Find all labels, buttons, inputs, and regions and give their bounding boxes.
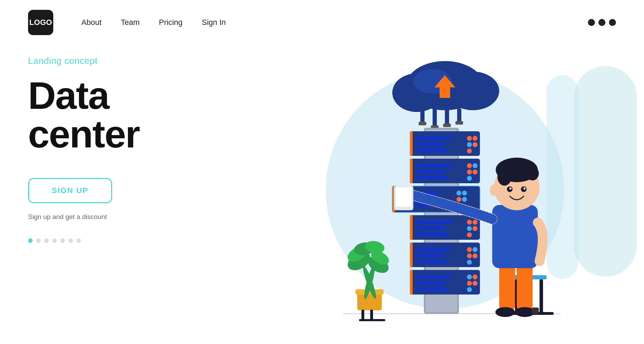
svg-rect-91	[359, 319, 385, 321]
svg-rect-94	[540, 279, 543, 315]
pagination-dot-1[interactable]	[28, 238, 33, 243]
svg-rect-112	[396, 187, 412, 207]
svg-rect-96	[499, 265, 515, 310]
svg-rect-73	[416, 287, 448, 291]
svg-point-24	[467, 136, 472, 141]
pagination-dot-4[interactable]	[52, 238, 57, 243]
pagination-dots	[28, 238, 217, 243]
pagination-dot-3[interactable]	[44, 238, 49, 243]
hero-section: Landing concept Data center SIGN UP Sign…	[0, 45, 644, 344]
svg-rect-20	[410, 131, 413, 156]
svg-rect-11	[433, 108, 437, 126]
svg-rect-60	[410, 243, 413, 267]
nav-about[interactable]: About	[81, 18, 102, 27]
svg-rect-61	[416, 248, 451, 251]
svg-point-56	[467, 226, 472, 231]
svg-point-104	[497, 168, 511, 186]
svg-rect-23	[416, 148, 448, 152]
svg-point-66	[467, 253, 472, 258]
svg-point-57	[473, 226, 477, 231]
svg-rect-10	[419, 122, 426, 125]
svg-rect-1	[547, 75, 578, 279]
svg-rect-30	[410, 159, 413, 183]
svg-point-27	[473, 142, 477, 147]
svg-point-36	[467, 170, 472, 174]
svg-rect-52	[416, 226, 444, 230]
svg-rect-16	[455, 121, 463, 125]
svg-rect-63	[416, 260, 448, 263]
svg-point-58	[467, 232, 472, 237]
svg-rect-97	[517, 265, 533, 310]
svg-point-54	[467, 220, 472, 225]
svg-rect-89	[361, 310, 364, 320]
svg-point-67	[473, 253, 477, 258]
svg-point-78	[467, 287, 472, 292]
pagination-dot-5[interactable]	[60, 238, 65, 243]
svg-point-77	[473, 281, 477, 286]
menu-dot-1	[588, 19, 595, 26]
svg-rect-53	[416, 232, 448, 236]
svg-point-55	[473, 220, 477, 225]
svg-rect-14	[443, 124, 451, 127]
svg-point-45	[462, 191, 467, 196]
svg-point-35	[473, 163, 477, 168]
signup-button[interactable]: SIGN UP	[28, 178, 112, 203]
svg-point-105	[526, 166, 539, 180]
svg-point-47	[462, 197, 467, 202]
pagination-dot-6[interactable]	[68, 238, 73, 243]
svg-rect-90	[370, 310, 373, 320]
svg-rect-70	[410, 270, 413, 295]
menu-dot-2	[598, 19, 605, 26]
hero-illustration	[245, 45, 644, 344]
nav-pricing[interactable]: Pricing	[159, 18, 182, 27]
svg-point-25	[473, 136, 477, 141]
svg-point-109	[523, 187, 526, 190]
svg-point-44	[456, 191, 461, 196]
main-illustration	[308, 58, 582, 331]
svg-point-75	[473, 274, 477, 279]
svg-point-34	[467, 163, 472, 168]
navbar: LO GO About Team Pricing Sign In	[0, 0, 644, 45]
logo[interactable]: LO GO	[28, 10, 53, 35]
svg-rect-8	[440, 87, 450, 98]
pagination-dot-7[interactable]	[76, 238, 81, 243]
svg-point-68	[467, 260, 472, 265]
svg-rect-33	[416, 176, 448, 179]
svg-point-74	[467, 274, 472, 279]
svg-rect-21	[416, 137, 451, 140]
svg-rect-15	[457, 108, 461, 122]
svg-point-28	[467, 148, 472, 153]
bg-blob	[574, 66, 637, 277]
svg-point-110	[490, 185, 498, 196]
svg-rect-50	[410, 215, 413, 240]
svg-point-108	[509, 187, 511, 190]
nav-signin[interactable]: Sign In	[202, 18, 226, 27]
svg-rect-62	[416, 254, 444, 257]
menu-dot-3	[609, 19, 616, 26]
svg-point-76	[467, 281, 472, 286]
svg-point-98	[495, 307, 515, 317]
svg-point-46	[456, 197, 461, 202]
svg-point-99	[515, 307, 535, 317]
cta-helper-text: Sign up and get a discount	[28, 213, 217, 221]
nav-more-menu[interactable]	[588, 19, 616, 26]
nav-team[interactable]: Team	[121, 18, 140, 27]
svg-rect-101	[492, 205, 538, 268]
pagination-dot-2[interactable]	[36, 238, 41, 243]
hero-title: Data center	[28, 76, 217, 153]
hero-subtitle: Landing concept	[28, 55, 217, 66]
svg-point-64	[467, 247, 472, 252]
svg-rect-22	[416, 143, 444, 146]
svg-rect-32	[416, 170, 444, 173]
svg-point-65	[473, 247, 477, 252]
svg-rect-31	[416, 164, 451, 167]
svg-rect-100	[532, 307, 539, 314]
svg-rect-71	[416, 275, 451, 279]
hero-left: Landing concept Data center SIGN UP Sign…	[0, 45, 245, 344]
svg-point-37	[473, 170, 477, 174]
svg-point-5	[447, 72, 499, 110]
nav-links: About Team Pricing Sign In	[81, 18, 226, 27]
svg-rect-9	[420, 108, 425, 123]
svg-rect-51	[416, 220, 451, 224]
svg-point-38	[467, 176, 472, 181]
